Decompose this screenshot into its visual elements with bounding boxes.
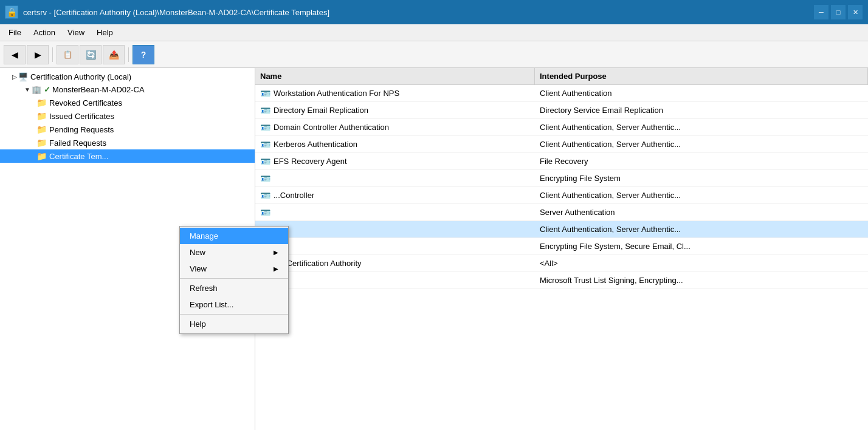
tree-revoked-label: Revoked Certificates bbox=[49, 98, 122, 108]
context-menu-refresh[interactable]: Refresh bbox=[180, 280, 288, 296]
manage-label: Manage bbox=[190, 231, 218, 241]
list-item[interactable]: 🪪 ...Controller Client Authentication, S… bbox=[255, 187, 868, 204]
close-button[interactable]: ✕ bbox=[847, 4, 863, 20]
list-item[interactable]: 🪪 Encrypting File System bbox=[255, 170, 868, 187]
ctx-separator-1 bbox=[180, 278, 288, 279]
list-item[interactable]: 🪪 EFS Recovery Agent File Recovery bbox=[255, 153, 868, 170]
column-header-name[interactable]: Name bbox=[255, 68, 535, 84]
cert-purpose: Microsoft Trust List Signing, Encrypting… bbox=[535, 276, 868, 285]
list-item[interactable]: 🪪 Kerberos Authentication Client Authent… bbox=[255, 136, 868, 153]
folder-templates-icon: 📁 bbox=[36, 151, 47, 161]
cert-icon: 🪪 bbox=[260, 89, 270, 98]
title-text: certsrv - [Certification Authority (Loca… bbox=[23, 8, 808, 17]
list-item[interactable]: 🪪 ...or Microsoft Trust List Signing, En… bbox=[255, 272, 868, 289]
menu-bar: File Action View Help bbox=[0, 24, 868, 41]
tree-ca-label: MonsterBean-M-AD02-CA bbox=[52, 85, 145, 94]
cert-purpose: Client Authentication, Server Authentic.… bbox=[535, 123, 868, 132]
cert-name: Directory Email Replication bbox=[274, 106, 368, 115]
cert-purpose: Client Authentication, Server Authentic.… bbox=[535, 140, 868, 149]
ca-icon: 🏢 bbox=[32, 85, 41, 94]
cert-purpose: Client Authentication bbox=[535, 89, 868, 98]
cert-icon: 🪪 bbox=[260, 174, 270, 183]
window-controls: ─ □ ✕ bbox=[813, 4, 863, 20]
cert-icon: 🪪 bbox=[260, 157, 270, 166]
list-item[interactable]: 🪪 Workstation Authentication For NPS Cli… bbox=[255, 85, 868, 102]
tree-issued-certs[interactable]: 📁 Issued Certificates bbox=[0, 109, 255, 123]
minimize-button[interactable]: ─ bbox=[813, 4, 829, 20]
cert-purpose: File Recovery bbox=[535, 157, 868, 166]
help-label: Help bbox=[190, 319, 206, 329]
tree-issued-label: Issued Certificates bbox=[49, 112, 114, 121]
cert-purpose: Client Authentication, Server Authentic.… bbox=[535, 225, 868, 234]
tree-failed-label: Failed Requests bbox=[49, 138, 106, 148]
tree-pending-requests[interactable]: 📁 Pending Requests bbox=[0, 123, 255, 136]
view-submenu-arrow: ▶ bbox=[274, 265, 278, 272]
tree-root-label: Certification Authority (Local) bbox=[30, 72, 131, 81]
menu-help[interactable]: Help bbox=[91, 26, 119, 39]
computer-icon: 🖥️ bbox=[18, 72, 28, 81]
cert-purpose: Directory Service Email Replication bbox=[535, 106, 868, 115]
context-menu-export[interactable]: Export List... bbox=[180, 296, 288, 313]
tree-root[interactable]: ▷ 🖥️ Certification Authority (Local) bbox=[0, 70, 255, 83]
ctx-separator-2 bbox=[180, 314, 288, 315]
ca-expand-icon: ▼ bbox=[24, 86, 30, 93]
list-rows: 🪪 Workstation Authentication For NPS Cli… bbox=[255, 85, 868, 289]
tree-failed-requests[interactable]: 📁 Failed Requests bbox=[0, 136, 255, 149]
context-menu-help[interactable]: Help bbox=[180, 316, 288, 332]
tree-cert-templates[interactable]: 📁 Certificate Tem... bbox=[0, 149, 255, 163]
app-icon: 🔒 bbox=[5, 5, 18, 19]
tree-ca-node[interactable]: ▼ 🏢 ✓ MonsterBean-M-AD02-CA bbox=[0, 83, 255, 96]
back-button[interactable]: ◀ bbox=[4, 45, 26, 64]
title-bar: 🔒 certsrv - [Certification Authority (Lo… bbox=[0, 0, 868, 24]
cert-purpose: Client Authentication, Server Authentic.… bbox=[535, 191, 868, 200]
list-item[interactable]: 🪪 Domain Controller Authentication Clien… bbox=[255, 119, 868, 136]
menu-action[interactable]: Action bbox=[27, 26, 61, 39]
context-menu-view[interactable]: View ▶ bbox=[180, 261, 288, 277]
main-content: ▷ 🖥️ Certification Authority (Local) ▼ 🏢… bbox=[0, 68, 868, 430]
right-pane-list: Name Intended Purpose 🪪 Workstation Auth… bbox=[255, 68, 868, 430]
new-submenu-arrow: ▶ bbox=[274, 249, 278, 256]
cert-icon: 🪪 bbox=[260, 106, 270, 115]
folder-failed-icon: 📁 bbox=[36, 138, 47, 148]
tree-pending-label: Pending Requests bbox=[49, 125, 114, 134]
tree-revoked-certs[interactable]: 📁 Revoked Certificates bbox=[0, 96, 255, 109]
export-button[interactable]: 📤 bbox=[103, 45, 125, 64]
toolbar-separator-1 bbox=[52, 47, 53, 62]
cert-purpose: Encrypting File System, Secure Email, Cl… bbox=[535, 242, 868, 251]
list-item[interactable]: 🪪 ...e Certification Authority <All> bbox=[255, 255, 868, 272]
cert-name: Domain Controller Authentication bbox=[274, 123, 389, 132]
cert-name: Workstation Authentication For NPS bbox=[274, 89, 399, 98]
list-item[interactable]: 🪪 Encrypting File System, Secure Email, … bbox=[255, 238, 868, 255]
menu-view[interactable]: View bbox=[61, 26, 91, 39]
cert-purpose: Encrypting File System bbox=[535, 174, 868, 183]
cert-name: EFS Recovery Agent bbox=[274, 157, 347, 166]
ca-status-icon: ✓ bbox=[44, 85, 50, 94]
help-button[interactable]: ? bbox=[133, 45, 154, 64]
cert-purpose: Server Authentication bbox=[535, 208, 868, 217]
cert-name: ...Controller bbox=[274, 191, 314, 200]
folder-pending-icon: 📁 bbox=[36, 125, 47, 134]
refresh-button[interactable]: 🔄 bbox=[80, 45, 102, 64]
column-header-purpose[interactable]: Intended Purpose bbox=[535, 68, 868, 84]
cert-icon: 🪪 bbox=[260, 191, 270, 200]
refresh-label: Refresh bbox=[190, 284, 218, 293]
properties-button[interactable]: 📋 bbox=[57, 45, 78, 64]
folder-issued-icon: 📁 bbox=[36, 111, 47, 121]
expand-icon: ▷ bbox=[12, 73, 17, 80]
toolbar: ◀ ▶ 📋 🔄 📤 ? bbox=[0, 41, 868, 68]
cert-icon: 🪪 bbox=[260, 208, 270, 217]
forward-button[interactable]: ▶ bbox=[27, 45, 49, 64]
list-item[interactable]: 🪪 Server Authentication bbox=[255, 204, 868, 221]
context-menu-manage[interactable]: Manage bbox=[180, 228, 288, 244]
list-item[interactable]: 🪪 Directory Email Replication Directory … bbox=[255, 102, 868, 119]
context-menu-new[interactable]: New ▶ bbox=[180, 244, 288, 261]
folder-revoked-icon: 📁 bbox=[36, 98, 47, 108]
view-label: View bbox=[190, 264, 207, 273]
menu-file[interactable]: File bbox=[2, 26, 27, 39]
cert-purpose: <All> bbox=[535, 259, 868, 268]
context-menu: Manage New ▶ View ▶ Refresh Export List.… bbox=[179, 226, 289, 334]
new-label: New bbox=[190, 248, 205, 257]
list-item[interactable]: 🪪 Client Authentication, Server Authenti… bbox=[255, 221, 868, 238]
maximize-button[interactable]: □ bbox=[830, 4, 846, 20]
toolbar-separator-2 bbox=[128, 47, 129, 62]
